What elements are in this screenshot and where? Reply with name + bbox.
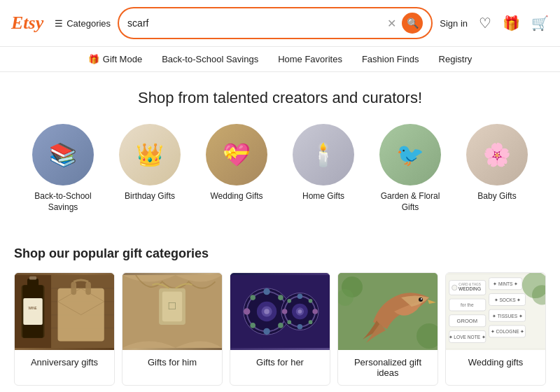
hamburger-icon: ☰	[55, 18, 63, 29]
wedding-label: Wedding Gifts	[210, 191, 262, 202]
svg-point-27	[250, 295, 255, 301]
svg-point-49	[421, 298, 422, 300]
birthday-icon: 👑	[136, 141, 164, 168]
back-to-school-label: Back-to-School Savings	[28, 191, 98, 213]
gift-icon[interactable]: 🎁	[503, 15, 520, 31]
subnav-registry-label: Registry	[439, 54, 472, 64]
gift-card-personalized[interactable]: Personalized gift ideas	[337, 272, 438, 386]
category-birthday[interactable]: 👑 Birthday Gifts	[115, 124, 185, 213]
svg-rect-14	[85, 282, 91, 295]
search-bar: ✕ 🔍	[118, 7, 433, 39]
svg-text:✦ COLOGNE ✦: ✦ COLOGNE ✦	[491, 329, 525, 334]
him-image: □	[122, 273, 222, 350]
subnav-back-to-school[interactable]: Back-to-School Savings	[162, 54, 258, 64]
wedding-gifts-image: WEDDING CARD & TAGS ✦ MINTS ✦ ✦ SOCKS ✦ …	[446, 273, 545, 350]
personalized-image	[338, 273, 438, 350]
svg-point-41	[309, 299, 313, 303]
popular-section: Shop our popular gift categories WINE	[0, 235, 560, 392]
svg-point-46	[298, 309, 302, 314]
svg-point-24	[263, 328, 270, 335]
home-label: Home Gifts	[302, 191, 344, 202]
subnav: 🎁 Gift Mode Back-to-School Savings Home …	[0, 47, 560, 72]
svg-text:✦ TISSUES ✦: ✦ TISSUES ✦	[492, 314, 523, 318]
svg-point-55	[452, 285, 458, 290]
hero-section: Shop from talented creators and curators…	[0, 72, 560, 235]
svg-point-33	[264, 309, 270, 314]
search-input[interactable]	[127, 18, 387, 29]
subnav-back-to-school-label: Back-to-School Savings	[162, 54, 258, 64]
svg-text:CARD & TAGS: CARD & TAGS	[458, 283, 481, 286]
garden-icon: 🐦	[396, 141, 424, 168]
category-wedding[interactable]: 💝 Wedding Gifts	[202, 124, 272, 213]
home-image: 🕯️	[293, 124, 354, 186]
svg-point-38	[282, 309, 288, 314]
svg-point-30	[278, 323, 284, 328]
category-back-to-school[interactable]: 📚 Back-to-School Savings	[28, 124, 98, 213]
svg-rect-13	[71, 282, 76, 295]
svg-rect-3	[27, 279, 38, 288]
home-icon: 🕯️	[309, 141, 337, 168]
category-garden[interactable]: 🐦 Garden & Floral Gifts	[375, 124, 445, 213]
subnav-home-favorites[interactable]: Home Favorites	[278, 54, 342, 64]
search-button[interactable]: 🔍	[402, 13, 423, 34]
search-clear-icon[interactable]: ✕	[387, 17, 396, 30]
birthday-label: Birthday Gifts	[125, 191, 175, 202]
gift-card-her[interactable]: Gifts for her	[230, 272, 330, 386]
gift-card-wedding[interactable]: WEDDING CARD & TAGS ✦ MINTS ✦ ✦ SOCKS ✦ …	[445, 272, 546, 386]
birthday-image: 👑	[119, 124, 181, 186]
header-actions: Sign in ♡ 🎁 🛒	[440, 15, 549, 31]
svg-point-39	[312, 309, 318, 314]
subnav-gift-mode[interactable]: 🎁 Gift Mode	[88, 54, 142, 64]
svg-text:✦ SOCKS ✦: ✦ SOCKS ✦	[494, 298, 522, 302]
sign-in-link[interactable]: Sign in	[440, 18, 468, 29]
svg-point-25	[244, 308, 250, 314]
search-icon: 🔍	[407, 18, 419, 29]
svg-text:✦ LOVE NOTE ✦: ✦ LOVE NOTE ✦	[449, 335, 486, 340]
back-to-school-icon: 📚	[49, 141, 77, 168]
categories-label: Categories	[66, 18, 111, 29]
anniversary-label: Anniversary gifts	[15, 350, 114, 374]
svg-point-29	[250, 323, 255, 328]
svg-text:GROOM: GROOM	[457, 318, 477, 324]
svg-point-48	[419, 298, 423, 302]
wedding-image: 💝	[206, 124, 267, 186]
categories-button[interactable]: ☰ Categories	[55, 18, 111, 29]
garden-label: Garden & Floral Gifts	[375, 191, 445, 213]
svg-text:WEDDING: WEDDING	[458, 286, 481, 291]
category-home[interactable]: 🕯️ Home Gifts	[288, 124, 358, 213]
subnav-fashion-finds[interactable]: Fashion Finds	[362, 54, 419, 64]
svg-text:□: □	[169, 299, 176, 312]
anniversary-image: WINE	[15, 273, 114, 350]
favorites-icon[interactable]: ♡	[479, 15, 491, 31]
popular-title: Shop our popular gift categories	[14, 246, 546, 261]
svg-point-42	[287, 320, 291, 324]
header: Etsy ☰ Categories ✕ 🔍 Sign in ♡ 🎁 🛒	[0, 0, 560, 47]
category-circles: 📚 Back-to-School Savings 👑 Birthday Gift…	[11, 124, 549, 230]
cart-icon[interactable]: 🛒	[531, 15, 549, 31]
baby-image: 🌸	[466, 124, 528, 186]
svg-point-23	[263, 288, 270, 295]
svg-text:WINE: WINE	[28, 307, 36, 310]
subnav-registry[interactable]: Registry	[439, 54, 472, 64]
wedding-icon: 💝	[223, 141, 251, 168]
svg-rect-4	[29, 276, 36, 280]
subnav-fashion-finds-label: Fashion Finds	[362, 54, 419, 64]
her-label: Gifts for her	[230, 350, 330, 374]
back-to-school-image: 📚	[32, 124, 94, 186]
baby-label: Baby Gifts	[477, 191, 516, 202]
svg-point-43	[309, 320, 313, 324]
her-image	[230, 273, 330, 350]
subnav-gift-mode-label: Gift Mode	[103, 54, 142, 64]
svg-point-40	[287, 299, 291, 303]
gift-card-him[interactable]: □ Gifts for him	[122, 272, 223, 386]
subnav-home-favorites-label: Home Favorites	[278, 54, 342, 64]
garden-image: 🐦	[379, 124, 441, 186]
gift-card-anniversary[interactable]: WINE Anniversary gifts	[14, 272, 115, 386]
hero-title: Shop from talented creators and curators…	[11, 89, 549, 107]
category-baby[interactable]: 🌸 Baby Gifts	[462, 124, 532, 213]
svg-rect-5	[23, 298, 42, 325]
wedding-gifts-label: Wedding gifts	[446, 350, 545, 374]
etsy-logo[interactable]: Etsy	[11, 13, 43, 34]
svg-point-28	[278, 295, 284, 301]
svg-text:✦ MINTS ✦: ✦ MINTS ✦	[493, 281, 518, 286]
